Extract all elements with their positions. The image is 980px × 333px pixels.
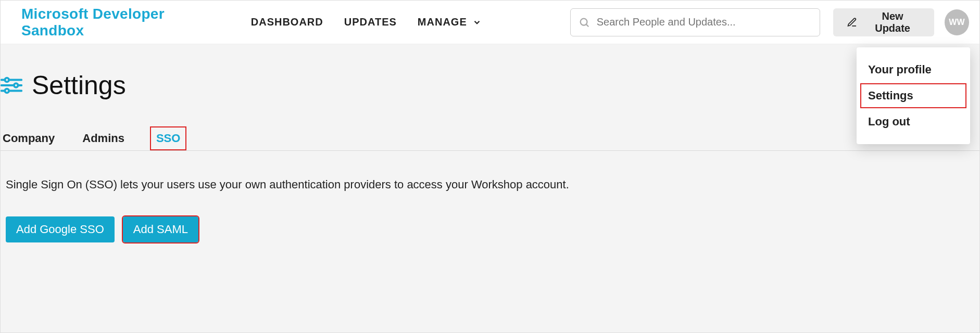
settings-tabs: Company Admins SSO — [1, 126, 979, 151]
page-title: Settings — [32, 70, 126, 100]
chevron-down-icon — [472, 18, 482, 27]
nav-manage-label: MANAGE — [418, 16, 467, 28]
svg-point-0 — [580, 18, 587, 25]
settings-sliders-icon — [1, 74, 22, 96]
dropdown-settings[interactable]: Settings — [860, 83, 967, 109]
search-wrap — [570, 8, 820, 36]
add-saml-button[interactable]: Add SAML — [123, 216, 198, 242]
new-update-button[interactable]: New Update — [833, 8, 934, 36]
search-input[interactable] — [570, 8, 820, 36]
tab-company[interactable]: Company — [1, 126, 57, 150]
svg-line-1 — [586, 24, 588, 27]
tab-admins[interactable]: Admins — [80, 126, 127, 150]
topbar: Microsoft Developer Sandbox DASHBOARD UP… — [1, 1, 979, 44]
nav-updates[interactable]: UPDATES — [344, 16, 397, 28]
sso-description: Single Sign On (SSO) lets your users use… — [6, 177, 974, 193]
content: Settings Company Admins SSO Single Sign … — [1, 44, 979, 242]
dropdown-log-out[interactable]: Log out — [857, 109, 970, 135]
sso-section: Single Sign On (SSO) lets your users use… — [1, 151, 979, 242]
pen-icon — [847, 17, 858, 28]
nav-dashboard[interactable]: DASHBOARD — [251, 16, 323, 28]
sso-button-row: Add Google SSO Add SAML — [6, 216, 974, 242]
brand-link[interactable]: Microsoft Developer Sandbox — [21, 6, 220, 39]
page-title-row: Settings — [1, 44, 979, 116]
new-update-label: New Update — [864, 10, 920, 34]
main-nav: DASHBOARD UPDATES MANAGE — [251, 16, 482, 28]
add-google-sso-button[interactable]: Add Google SSO — [6, 216, 115, 242]
nav-manage[interactable]: MANAGE — [418, 16, 482, 28]
tab-sso[interactable]: SSO — [150, 126, 186, 150]
dropdown-your-profile[interactable]: Your profile — [857, 57, 970, 83]
search-icon — [579, 17, 590, 28]
avatar[interactable]: WW — [945, 9, 969, 35]
user-dropdown: Your profile Settings Log out — [857, 47, 970, 144]
